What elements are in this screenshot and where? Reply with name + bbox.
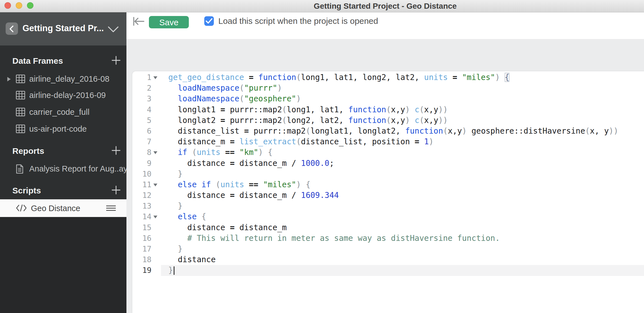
sidebar-item-airline-delay-2016-09[interactable]: airline-delay-2016-09	[0, 87, 126, 103]
item-label: Analysis Report for Aug..ay	[29, 164, 128, 173]
load-script-checkbox-label[interactable]: Load this script when the project is ope…	[218, 16, 378, 26]
code-line-6[interactable]: 6 distance_list = purrr::map2(longlat1, …	[132, 126, 644, 136]
code-line-10[interactable]: 10 }	[132, 169, 644, 179]
back-button[interactable]	[6, 22, 18, 35]
item-label: airline-delay-2016-09	[29, 91, 106, 100]
code-line-8[interactable]: 8 if (units == "km") {	[132, 147, 644, 158]
code-line-text: distance = distance_m	[161, 222, 644, 233]
code-line-4[interactable]: 4 longlat1 = purrr::map2(long1, lat1, fu…	[132, 104, 644, 115]
fold-slot	[151, 201, 161, 211]
sidebar-item-us-air-port-code[interactable]: us-air-port-code	[0, 121, 126, 137]
sidebar-item-geo-distance[interactable]: Geo Distance	[0, 199, 126, 217]
code-line-text: distance_list = purrr::map2(longlat1, lo…	[161, 126, 644, 136]
text-cursor	[174, 266, 174, 275]
code-line-text: loadNamespace("geosphere")	[161, 93, 644, 104]
code-line-7[interactable]: 7 distance_m = list_extract(distance_lis…	[132, 136, 644, 147]
code-line-11[interactable]: 11 else if (units == "miles") {	[132, 179, 644, 190]
code-line-17[interactable]: 17 }	[132, 244, 644, 254]
section-label: Data Frames	[12, 56, 63, 66]
line-number: 4	[132, 104, 151, 115]
chevron-down-icon[interactable]	[107, 26, 119, 34]
line-number: 13	[132, 201, 151, 211]
code-line-1[interactable]: 1get_geo_distance = function(long1, lat1…	[132, 72, 644, 83]
table-icon	[16, 124, 25, 134]
fold-marker-icon[interactable]	[151, 72, 161, 83]
item-menu-icon[interactable]	[106, 205, 116, 211]
code-line-text: distance = distance_m / 1000.0;	[161, 158, 644, 169]
code-line-text: distance = distance_m / 1609.344	[161, 190, 644, 201]
fold-slot	[151, 104, 161, 115]
sidebar-project-header: Getting Started Pr...	[0, 12, 126, 45]
line-number: 3	[132, 93, 151, 104]
zoom-window-button[interactable]	[27, 2, 33, 9]
line-number: 5	[132, 115, 151, 126]
code-line-text: # This will return in meter as same way …	[161, 233, 644, 244]
fold-marker-icon[interactable]	[151, 179, 161, 190]
window-title: Getting Started Project - Geo Distance	[126, 0, 644, 12]
code-line-2[interactable]: 2 loadNamespace("purrr")	[132, 83, 644, 93]
close-window-button[interactable]	[4, 2, 11, 9]
save-button[interactable]: Save	[149, 16, 189, 28]
code-line-text: if (units == "km") {	[161, 147, 644, 158]
sidebar-item-airline-delay-2016-08[interactable]: airline_delay_2016-08	[0, 71, 126, 87]
code-editor[interactable]: 1get_geo_distance = function(long1, lat1…	[132, 71, 644, 313]
sidebar-section-header-scripts: Scripts	[0, 186, 126, 196]
code-line-15[interactable]: 15 distance = distance_m	[132, 222, 644, 233]
code-line-text: }	[161, 169, 644, 179]
line-number: 7	[132, 136, 151, 147]
script-toolbar: Save Load this script when the project i…	[126, 12, 644, 39]
plus-icon[interactable]	[111, 146, 121, 155]
plus-icon[interactable]	[111, 185, 121, 195]
fold-slot	[151, 222, 161, 233]
code-line-3[interactable]: 3 loadNamespace("geosphere")	[132, 93, 644, 104]
line-number: 19	[132, 265, 151, 276]
item-label: airline_delay_2016-08	[29, 74, 109, 84]
code-line-14[interactable]: 14 else {	[132, 211, 644, 222]
sidebar-item-carrier-code-full[interactable]: carrier_code_full	[0, 104, 126, 120]
item-label: carrier_code_full	[29, 108, 89, 117]
code-icon	[16, 204, 27, 213]
code-line-text: else if (units == "miles") {	[161, 179, 644, 190]
code-line-text: longlat2 = purrr::map2(long2, lat2, func…	[161, 115, 644, 126]
project-title[interactable]: Getting Started Pr...	[22, 23, 104, 33]
fold-slot	[151, 115, 161, 126]
line-number: 10	[132, 169, 151, 179]
line-number: 8	[132, 147, 151, 158]
code-line-16[interactable]: 16 # This will return in meter as same w…	[132, 233, 644, 244]
code-line-text: loadNamespace("purrr")	[161, 83, 644, 93]
minimize-window-button[interactable]	[16, 2, 22, 9]
disclosure-triangle-icon[interactable]	[7, 77, 11, 81]
fold-marker-icon[interactable]	[151, 147, 161, 158]
code-line-text: distance_m = list_extract(distance_list,…	[161, 136, 644, 147]
code-line-13[interactable]: 13 }	[132, 201, 644, 211]
fold-slot	[151, 254, 161, 265]
table-icon	[16, 74, 25, 84]
fold-slot	[151, 265, 161, 276]
line-number: 6	[132, 126, 151, 136]
code-line-12[interactable]: 12 distance = distance_m / 1609.344	[132, 190, 644, 201]
checkmark-icon	[206, 18, 212, 24]
line-number: 15	[132, 222, 151, 233]
fold-slot	[151, 158, 161, 169]
table-icon	[16, 91, 25, 101]
main-area: Save Load this script when the project i…	[126, 12, 644, 313]
fold-marker-icon[interactable]	[151, 211, 161, 222]
code-line-text: }	[161, 265, 644, 276]
code-line-5[interactable]: 5 longlat2 = purrr::map2(long2, lat2, fu…	[132, 115, 644, 126]
code-line-18[interactable]: 18 distance	[132, 254, 644, 265]
plus-icon[interactable]	[111, 56, 121, 65]
line-number: 9	[132, 158, 151, 169]
line-number: 2	[132, 83, 151, 93]
load-script-checkbox[interactable]	[204, 16, 214, 26]
fold-slot	[151, 93, 161, 104]
window-titlebar: Getting Started Project - Geo Distance	[0, 0, 644, 12]
line-number: 12	[132, 190, 151, 201]
sidebar-item-analysis-report-for-aug-ay[interactable]: Analysis Report for Aug..ay	[0, 161, 126, 177]
section-label: Scripts	[12, 186, 41, 195]
code-line-text: }	[161, 244, 644, 254]
table-icon	[16, 108, 25, 118]
back-arrow-icon[interactable]	[133, 16, 145, 28]
line-number: 17	[132, 244, 151, 254]
code-line-9[interactable]: 9 distance = distance_m / 1000.0;	[132, 158, 644, 169]
code-line-19[interactable]: 19}	[132, 265, 644, 276]
